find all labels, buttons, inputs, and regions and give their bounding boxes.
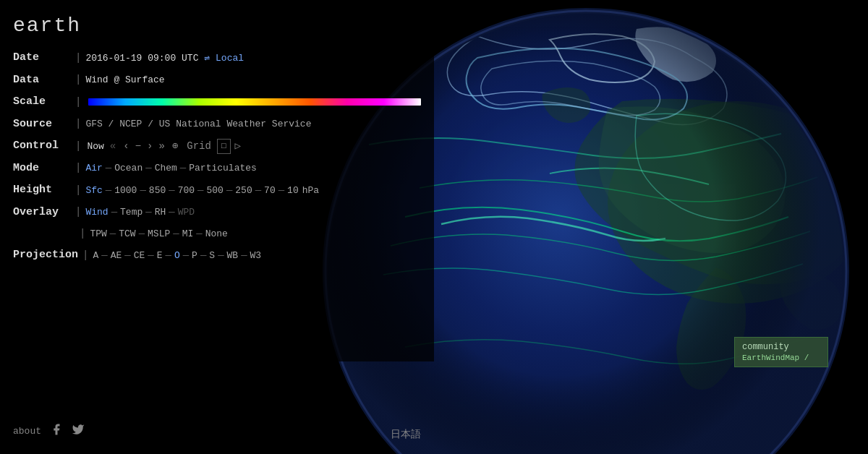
- proj-ce[interactable]: CE: [134, 249, 145, 263]
- control-prev-fast[interactable]: ‹: [123, 139, 129, 154]
- control-next-fast[interactable]: »: [158, 139, 164, 154]
- overlay-row2: | TPW — TCW — MSLP — MI — None: [13, 226, 421, 241]
- control-grid-label[interactable]: Grid: [187, 139, 211, 154]
- proj-wb[interactable]: WB: [227, 249, 239, 263]
- date-row: Date | 2016-01-19 09:00 UTC ⇌ Local: [13, 50, 421, 67]
- scale-bar: [88, 98, 421, 106]
- mode-label: Mode: [13, 160, 71, 177]
- app-title: earth: [13, 14, 421, 37]
- overlay-mi[interactable]: MI: [182, 227, 194, 241]
- overlay-wind[interactable]: Wind: [85, 205, 108, 220]
- height-unit: hPa: [302, 184, 319, 198]
- about-link[interactable]: about: [13, 426, 41, 437]
- height-sfc[interactable]: Sfc: [85, 184, 102, 198]
- proj-a[interactable]: A: [93, 249, 98, 263]
- date-value: 2016-01-19 09:00 UTC: [85, 51, 198, 66]
- control-next[interactable]: ›: [147, 139, 153, 154]
- info-panel: earth Date | 2016-01-19 09:00 UTC ⇌ Loca…: [0, 0, 434, 361]
- overlay-wpd[interactable]: WPD: [178, 205, 195, 220]
- control-label: Control: [13, 138, 71, 155]
- overlay-tcw[interactable]: TCW: [119, 227, 135, 241]
- source-row: Source | GFS / NCEP / US National Weathe…: [13, 116, 421, 133]
- projection-row: Projection | A — AE — CE — E — O — P — S…: [13, 247, 421, 264]
- date-label: Date: [13, 50, 71, 67]
- language-jp[interactable]: 日本語: [391, 428, 421, 441]
- control-grid-button[interactable]: □: [217, 139, 231, 154]
- overlay-row1: Overlay | Wind — Temp — RH — WPD: [13, 205, 421, 221]
- scale-row: Scale |: [13, 94, 421, 111]
- height-1000[interactable]: 1000: [114, 184, 137, 198]
- height-850[interactable]: 850: [149, 184, 166, 198]
- source-value: GFS / NCEP / US National Weather Service: [85, 117, 311, 132]
- height-700[interactable]: 700: [178, 184, 195, 198]
- control-globe[interactable]: ⊕: [172, 139, 178, 154]
- proj-e[interactable]: E: [157, 249, 163, 263]
- proj-w3[interactable]: W3: [250, 249, 262, 263]
- control-play[interactable]: ▷: [235, 139, 241, 154]
- data-label: Data: [13, 72, 71, 89]
- proj-o[interactable]: O: [174, 249, 180, 263]
- community-sub: EarthWindMap /: [742, 354, 820, 362]
- mode-ocean[interactable]: Ocean: [114, 161, 142, 176]
- footer: about: [13, 423, 85, 440]
- proj-s[interactable]: S: [209, 249, 215, 263]
- community-title: community: [742, 342, 820, 352]
- control-minus[interactable]: −: [135, 139, 141, 154]
- height-500[interactable]: 500: [206, 184, 223, 198]
- overlay-temp[interactable]: Temp: [120, 205, 142, 220]
- overlay-mslp[interactable]: MSLP: [148, 227, 170, 241]
- projection-label: Projection: [13, 247, 78, 264]
- community-badge[interactable]: community EarthWindMap /: [734, 337, 828, 367]
- twitter-icon[interactable]: [72, 423, 85, 440]
- overlay-none[interactable]: None: [205, 227, 228, 241]
- scale-label: Scale: [13, 94, 71, 111]
- height-250[interactable]: 250: [235, 184, 252, 198]
- height-10[interactable]: 10: [287, 184, 299, 198]
- height-row: Height | Sfc — 1000 — 850 — 700 — 500 — …: [13, 182, 421, 199]
- mode-row: Mode | Air — Ocean — Chem — Particulates: [13, 160, 421, 177]
- height-70[interactable]: 70: [264, 184, 276, 198]
- local-link[interactable]: ⇌ Local: [204, 51, 244, 66]
- proj-p[interactable]: P: [192, 249, 197, 263]
- overlay-rh[interactable]: RH: [155, 205, 166, 220]
- control-now[interactable]: Now: [87, 140, 103, 154]
- overlay-label: Overlay: [13, 205, 71, 221]
- control-row: Control | Now « ‹ − › » ⊕ Grid □ ▷: [13, 138, 421, 155]
- mode-particulates[interactable]: Particulates: [189, 161, 257, 176]
- proj-ae[interactable]: AE: [111, 249, 122, 263]
- height-label: Height: [13, 182, 71, 199]
- data-value: Wind @ Surface: [85, 73, 164, 87]
- data-row: Data | Wind @ Surface: [13, 72, 421, 89]
- mode-air[interactable]: Air: [85, 161, 102, 176]
- mode-chem[interactable]: Chem: [155, 161, 177, 176]
- overlay-tpw[interactable]: TPW: [90, 227, 106, 241]
- source-label: Source: [13, 116, 71, 133]
- facebook-icon[interactable]: [50, 423, 63, 440]
